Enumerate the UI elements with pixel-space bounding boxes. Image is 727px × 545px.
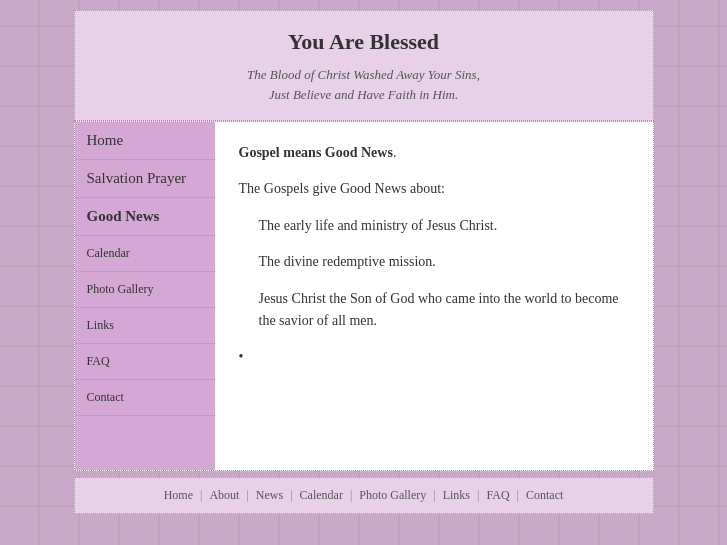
gospel-heading-para: Gospel means Good News.	[239, 142, 629, 164]
footer-link-faq[interactable]: FAQ	[486, 488, 509, 502]
site-subtitle: The Blood of Christ Washed Away Your Sin…	[95, 65, 633, 104]
sidebar-item-faq[interactable]: FAQ	[75, 344, 215, 380]
content-area: Gospel means Good News. The Gospels give…	[215, 122, 653, 470]
footer-link-news[interactable]: News	[256, 488, 283, 502]
sidebar-item-calendar[interactable]: Calendar	[75, 236, 215, 272]
gospel-heading-period: .	[393, 145, 397, 160]
gospel-point2: The divine redemptive mission.	[259, 251, 629, 273]
footer-link-about[interactable]: About	[209, 488, 239, 502]
subtitle-line2: Just Believe and Have Faith in Him.	[269, 87, 459, 102]
footer-sep-2: |	[246, 488, 251, 502]
main-area: Home Salvation Prayer Good News Calendar…	[74, 121, 654, 471]
footer-sep-1: |	[200, 488, 205, 502]
sidebar-item-contact[interactable]: Contact	[75, 380, 215, 416]
footer-sep-4: |	[350, 488, 355, 502]
sidebar-item-home[interactable]: Home	[75, 122, 215, 160]
footer-link-photo-gallery[interactable]: Photo Gallery	[359, 488, 426, 502]
footer-link-links[interactable]: Links	[443, 488, 470, 502]
footer-sep-6: |	[477, 488, 482, 502]
header: You Are Blessed The Blood of Christ Wash…	[74, 10, 654, 121]
footer-link-home[interactable]: Home	[164, 488, 193, 502]
footer-sep-5: |	[433, 488, 438, 502]
footer-link-contact[interactable]: Contact	[526, 488, 563, 502]
footer-link-calendar[interactable]: Calendar	[300, 488, 343, 502]
bullet-point: •	[239, 346, 629, 368]
gospel-intro: The Gospels give Good News about:	[239, 178, 629, 200]
site-title: You Are Blessed	[95, 29, 633, 55]
sidebar: Home Salvation Prayer Good News Calendar…	[75, 122, 215, 470]
page-wrapper: You Are Blessed The Blood of Christ Wash…	[74, 10, 654, 514]
sidebar-item-salvation-prayer[interactable]: Salvation Prayer	[75, 160, 215, 198]
footer-links: Home | About | News | Calendar | Photo G…	[85, 488, 643, 503]
footer: Home | About | News | Calendar | Photo G…	[74, 477, 654, 514]
footer-sep-7: |	[517, 488, 522, 502]
gospel-point1: The early life and ministry of Jesus Chr…	[259, 215, 629, 237]
sidebar-item-photo-gallery[interactable]: Photo Gallery	[75, 272, 215, 308]
sidebar-item-links[interactable]: Links	[75, 308, 215, 344]
sidebar-item-good-news[interactable]: Good News	[75, 198, 215, 236]
footer-sep-3: |	[290, 488, 295, 502]
subtitle-line1: The Blood of Christ Washed Away Your Sin…	[247, 67, 480, 82]
gospel-heading-bold: Gospel means Good News	[239, 145, 393, 160]
gospel-point3: Jesus Christ the Son of God who came int…	[259, 288, 629, 333]
